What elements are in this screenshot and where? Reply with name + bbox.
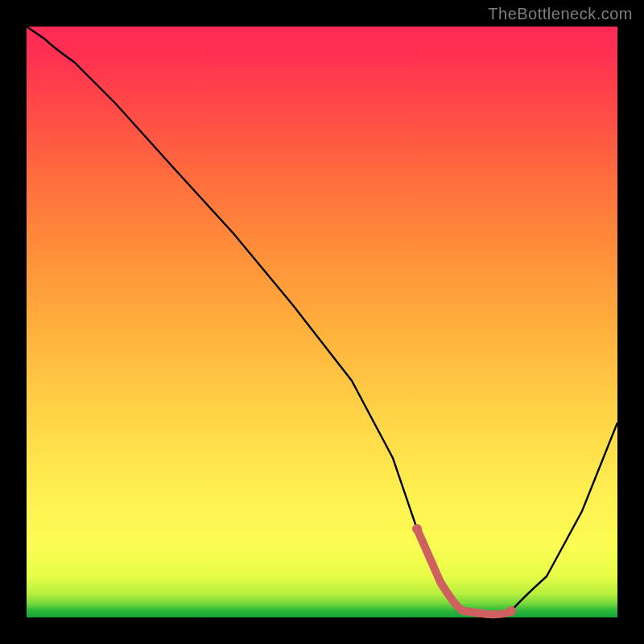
highlight-start-dot [412,524,422,534]
highlight-segment [417,529,511,614]
highlight-end-dot [506,606,516,616]
chart-overlay [27,27,617,617]
bottleneck-curve [27,27,617,614]
plot-area [27,27,617,617]
chart-frame: TheBottleneck.com [0,0,644,644]
watermark-text: TheBottleneck.com [488,5,633,23]
